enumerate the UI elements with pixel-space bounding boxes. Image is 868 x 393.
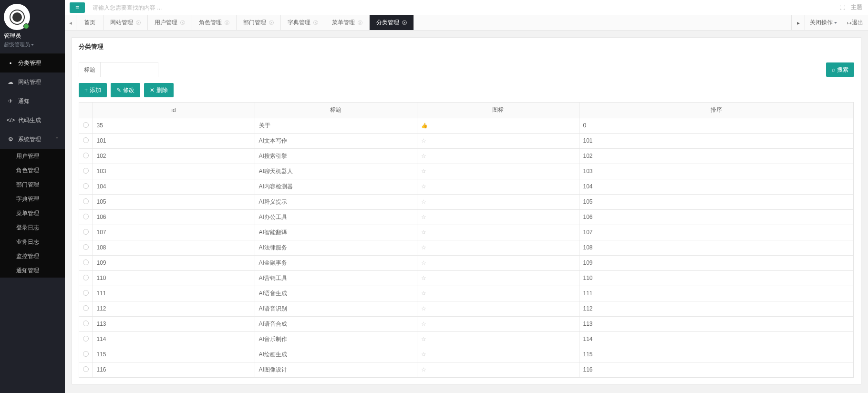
table-row[interactable]: 116AI图像设计116 (79, 362, 854, 377)
sidebar-item-1[interactable]: ☁网站管理 (0, 72, 65, 92)
row-radio[interactable] (83, 259, 89, 265)
row-select-cell[interactable] (79, 209, 93, 225)
tab-1[interactable]: 用户管理ⓧ (148, 15, 192, 30)
tab-6[interactable]: 分类管理ⓧ (370, 15, 414, 30)
tab-3[interactable]: 部门管理ⓧ (237, 15, 281, 30)
tab-4[interactable]: 字典管理ⓧ (281, 15, 325, 30)
sidebar-item-3[interactable]: </>代码生成 (0, 111, 65, 130)
table-row[interactable]: 110AI营销工具110 (79, 270, 854, 286)
tab-close-icon[interactable]: ⓧ (402, 20, 407, 26)
table-row[interactable]: 103AI聊天机器人103 (79, 164, 854, 179)
tab-close-icon[interactable]: ⓧ (313, 20, 318, 26)
row-radio[interactable] (83, 244, 89, 250)
row-select-cell[interactable] (79, 164, 93, 179)
row-select-cell[interactable] (79, 148, 93, 164)
row-select-cell[interactable] (79, 331, 93, 347)
table-row[interactable]: 108AI法律服务108 (79, 240, 854, 255)
tab-close-icon[interactable]: ⓧ (136, 20, 141, 26)
table-row[interactable]: 106AI办公工具106 (79, 209, 854, 225)
row-radio[interactable] (83, 351, 89, 357)
col-icon[interactable]: 图标 (417, 103, 579, 118)
col-title[interactable]: 标题 (255, 103, 417, 118)
sidebar-item-4[interactable]: ⚙系统管理˅ (0, 130, 65, 149)
row-select-cell[interactable] (79, 270, 93, 286)
row-radio[interactable] (83, 214, 89, 219)
col-id[interactable]: id (93, 103, 255, 118)
row-select-cell[interactable] (79, 133, 93, 148)
row-radio[interactable] (83, 137, 89, 143)
delete-button[interactable]: ✕删除 (144, 83, 174, 97)
search-button[interactable]: ⌕搜索 (826, 62, 854, 77)
row-radio[interactable] (83, 229, 89, 235)
row-radio[interactable] (83, 153, 89, 158)
tab-scroll-right[interactable]: ▸ (792, 15, 805, 30)
table-row[interactable]: 101AI文本写作101 (79, 133, 854, 148)
tab-2[interactable]: 角色管理ⓧ (192, 15, 237, 30)
table-row[interactable]: 102AI搜索引擎102 (79, 148, 854, 164)
row-select-cell[interactable] (79, 225, 93, 240)
row-select-cell[interactable] (79, 316, 93, 331)
table-row[interactable]: 114AI音乐制作114 (79, 331, 854, 347)
table-row[interactable]: 113AI语音合成113 (79, 316, 854, 331)
row-select-cell[interactable] (79, 301, 93, 316)
tab-5[interactable]: 菜单管理ⓧ (325, 15, 370, 30)
add-button[interactable]: +添加 (79, 83, 107, 97)
table-row[interactable]: 35关于0 (79, 118, 854, 133)
row-select-cell[interactable] (79, 347, 93, 362)
global-search-input[interactable] (90, 0, 839, 15)
table-row[interactable]: 105AI释义提示105 (79, 194, 854, 209)
close-ops-dropdown[interactable]: 关闭操作 (805, 15, 842, 30)
row-radio[interactable] (83, 321, 89, 326)
row-radio[interactable] (83, 168, 89, 174)
sidebar-item-2[interactable]: ✈通知 (0, 92, 65, 111)
sidebar-subitem-0[interactable]: 用户管理 (0, 149, 65, 163)
row-radio[interactable] (83, 305, 89, 311)
table-row[interactable]: 109AI金融事务109 (79, 255, 854, 270)
row-radio[interactable] (83, 198, 89, 204)
tab-scroll-left[interactable]: ◂ (65, 15, 76, 30)
sidebar-subitem-1[interactable]: 角色管理 (0, 163, 65, 177)
logout-button[interactable]: ↦ 退出 (842, 15, 868, 30)
theme-button[interactable]: 主题 (851, 3, 862, 11)
sidebar-subitem-8[interactable]: 通知管理 (0, 263, 65, 278)
sidebar-subitem-4[interactable]: 菜单管理 (0, 206, 65, 220)
tab-close-icon[interactable]: ⓧ (358, 20, 362, 26)
table-row[interactable]: 104AI内容检测器104 (79, 179, 854, 194)
row-select-cell[interactable] (79, 286, 93, 301)
table-row[interactable]: 107AI智能翻译107 (79, 225, 854, 240)
row-radio[interactable] (83, 290, 89, 296)
title-filter-input[interactable] (101, 62, 158, 77)
chevron-down-icon: ˅ (56, 137, 58, 142)
tab-0[interactable]: 网站管理ⓧ (103, 15, 148, 30)
fullscreen-icon[interactable]: ⛶ (839, 4, 845, 11)
row-radio[interactable] (83, 366, 89, 372)
row-radio[interactable] (83, 336, 89, 341)
sidebar-item-0[interactable]: ▪分类管理 (0, 53, 65, 72)
table-row[interactable]: 111AI语音生成111 (79, 286, 854, 301)
tab-close-icon[interactable]: ⓧ (269, 20, 274, 26)
row-select-cell[interactable] (79, 255, 93, 270)
menu-toggle-button[interactable]: ≡ (70, 2, 85, 13)
sidebar-subitem-7[interactable]: 监控管理 (0, 249, 65, 263)
tab-home[interactable]: 首页 (76, 15, 103, 30)
row-select-cell[interactable] (79, 362, 93, 377)
tab-close-icon[interactable]: ⓧ (180, 20, 185, 26)
tab-close-icon[interactable]: ⓧ (225, 20, 229, 26)
avatar[interactable] (4, 4, 30, 30)
table-row[interactable]: 112AI语音识别112 (79, 301, 854, 316)
col-sort[interactable]: 排序 (579, 103, 854, 118)
row-select-cell[interactable] (79, 118, 93, 133)
row-select-cell[interactable] (79, 240, 93, 255)
row-radio[interactable] (83, 183, 89, 189)
edit-button[interactable]: ✎修改 (111, 83, 140, 97)
row-select-cell[interactable] (79, 194, 93, 209)
sidebar-subitem-2[interactable]: 部门管理 (0, 177, 65, 192)
table-row[interactable]: 115AI绘画生成115 (79, 347, 854, 362)
row-radio[interactable] (83, 122, 89, 128)
sidebar-subitem-5[interactable]: 登录日志 (0, 220, 65, 235)
sidebar-subitem-3[interactable]: 字典管理 (0, 192, 65, 206)
row-radio[interactable] (83, 275, 89, 280)
user-role-dropdown[interactable]: 超级管理员 (4, 41, 61, 48)
row-select-cell[interactable] (79, 179, 93, 194)
sidebar-subitem-6[interactable]: 业务日志 (0, 235, 65, 249)
